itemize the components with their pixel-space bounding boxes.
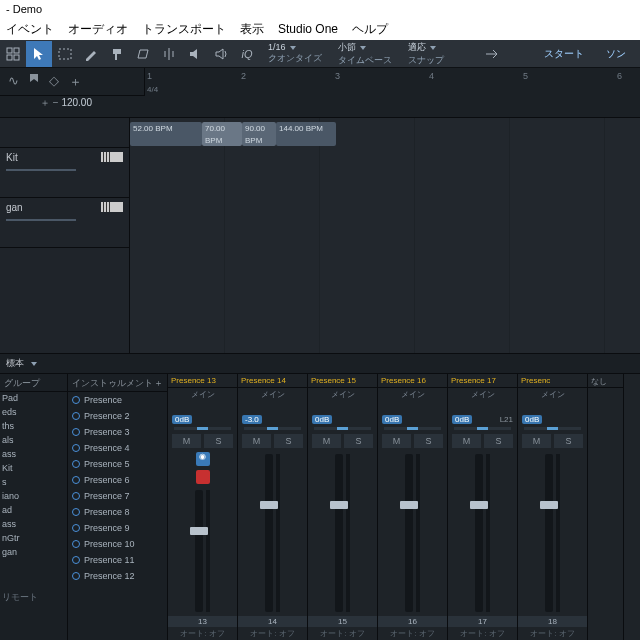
instrument-row[interactable]: Presence 5 [68, 456, 167, 472]
power-icon[interactable] [72, 556, 80, 564]
solo-button[interactable]: S [204, 434, 233, 448]
arrange-area[interactable]: 52.00 BPM70.00 BPM90.00 BPM144.00 BPM [130, 118, 640, 353]
grid-icon[interactable] [0, 41, 26, 67]
tempo-plus[interactable]: ＋ [40, 97, 50, 108]
channel-name[interactable]: Presence 13 [168, 374, 237, 388]
channel-name[interactable]: Presence 17 [448, 374, 517, 388]
split-tool[interactable] [156, 41, 182, 67]
browser-item[interactable]: eds [0, 406, 67, 420]
automation-mode[interactable]: オート: オフ [168, 627, 237, 640]
pan-value[interactable]: L21 [500, 415, 513, 424]
menu-studioone[interactable]: Studio One [278, 22, 338, 36]
track-header-1[interactable]: Kit [0, 148, 129, 198]
db-value[interactable]: 0dB [312, 415, 332, 424]
db-value[interactable]: 0dB [172, 415, 192, 424]
power-icon[interactable] [72, 396, 80, 404]
channel-name[interactable]: Presence 14 [238, 374, 307, 388]
fader[interactable] [238, 450, 307, 616]
browser-item[interactable]: ad [0, 504, 67, 518]
power-icon[interactable] [72, 476, 80, 484]
browser-group-header[interactable]: グループ [0, 374, 67, 392]
instrument-row[interactable]: Presence 12 [68, 568, 167, 584]
power-icon[interactable] [72, 540, 80, 548]
tempo-value[interactable]: 120.00 [61, 97, 92, 108]
song-button[interactable]: ソン [596, 44, 636, 64]
mute-button[interactable]: M [382, 434, 411, 448]
channel-output[interactable]: メイン [308, 388, 377, 400]
info-tool[interactable]: iQ [234, 41, 260, 67]
menu-audio[interactable]: オーディオ [68, 21, 128, 38]
mute-button[interactable]: M [522, 434, 551, 448]
eraser-tool[interactable] [130, 41, 156, 67]
power-icon[interactable] [72, 460, 80, 468]
automation-mode[interactable]: オート: オフ [518, 627, 587, 640]
browser-item[interactable]: ths [0, 420, 67, 434]
channel-output[interactable]: メイン [168, 388, 237, 400]
power-icon[interactable] [72, 444, 80, 452]
solo-button[interactable]: S [414, 434, 443, 448]
autoscroll-icon[interactable] [480, 41, 506, 67]
instrument-row[interactable]: Presence 2 [68, 408, 167, 424]
automation-icon[interactable]: ∿ [8, 73, 19, 91]
instrument-row[interactable]: Presence [68, 392, 167, 408]
track-header-2[interactable]: gan [0, 198, 129, 248]
browser-item[interactable]: Pad [0, 392, 67, 406]
automation-mode[interactable]: オート: オフ [308, 627, 377, 640]
instrument-row[interactable]: Presence 10 [68, 536, 167, 552]
browser-item[interactable]: nGtr [0, 532, 67, 546]
instrument-row[interactable]: Presence 9 [68, 520, 167, 536]
db-value[interactable]: -3.0 [242, 415, 262, 424]
instrument-row[interactable]: Presence 11 [68, 552, 167, 568]
browser-item[interactable]: ass [0, 448, 67, 462]
power-icon[interactable] [72, 412, 80, 420]
monitor-button[interactable]: ◉ [196, 452, 210, 466]
browser-item[interactable]: Kit [0, 462, 67, 476]
start-button[interactable]: スタート [534, 44, 594, 64]
pan-slider[interactable] [524, 427, 581, 430]
pan-slider[interactable] [314, 427, 371, 430]
browser-item[interactable]: s [0, 476, 67, 490]
power-icon[interactable] [72, 572, 80, 580]
channel-name[interactable]: Presence 15 [308, 374, 377, 388]
automation-mode[interactable]: オート: オフ [238, 627, 307, 640]
fader[interactable] [518, 450, 587, 616]
power-icon[interactable] [72, 492, 80, 500]
menu-event[interactable]: イベント [6, 21, 54, 38]
tempo-clip[interactable]: 144.00 BPM [276, 122, 336, 146]
fader[interactable] [378, 450, 447, 616]
range-tool[interactable] [52, 41, 78, 67]
envelope-icon[interactable]: ◇ [49, 73, 59, 91]
solo-button[interactable]: S [274, 434, 303, 448]
pan-slider[interactable] [174, 427, 231, 430]
marker-icon[interactable] [29, 73, 39, 91]
instrument-row[interactable]: Presence 4 [68, 440, 167, 456]
browser-item[interactable]: iano [0, 490, 67, 504]
pan-slider[interactable] [244, 427, 301, 430]
automation-mode[interactable]: オート: オフ [378, 627, 447, 640]
arrow-tool[interactable] [26, 41, 52, 67]
tempo-minus[interactable]: − [53, 97, 59, 108]
channel-output[interactable]: メイン [238, 388, 307, 400]
fader[interactable] [168, 486, 237, 616]
mute-button[interactable]: M [242, 434, 271, 448]
quantize-selector[interactable]: 1/16クオンタイズ [260, 40, 330, 67]
solo-button[interactable]: S [344, 434, 373, 448]
db-value[interactable]: 0dB [382, 415, 402, 424]
browser-item[interactable]: gan [0, 546, 67, 560]
mute-button[interactable]: M [452, 434, 481, 448]
channel-none[interactable]: なし [588, 374, 623, 388]
instrument-row[interactable]: Presence 8 [68, 504, 167, 520]
db-value[interactable]: 0dB [522, 415, 542, 424]
browser-item[interactable]: ass [0, 518, 67, 532]
instrument-row[interactable]: Presence 3 [68, 424, 167, 440]
instrument-row[interactable]: Presence 7 [68, 488, 167, 504]
db-value[interactable]: 0dB [452, 415, 472, 424]
add-instrument-icon[interactable]: ＋ [154, 377, 163, 388]
channel-name[interactable]: Presenc [518, 374, 587, 388]
timeline-ruler[interactable]: 1 2 3 4 5 6 4/4 [144, 68, 640, 96]
power-icon[interactable] [72, 508, 80, 516]
pencil-tool[interactable] [78, 41, 104, 67]
power-icon[interactable] [72, 428, 80, 436]
pan-slider[interactable] [454, 427, 511, 430]
snap-selector[interactable]: 適応スナップ [400, 40, 452, 67]
